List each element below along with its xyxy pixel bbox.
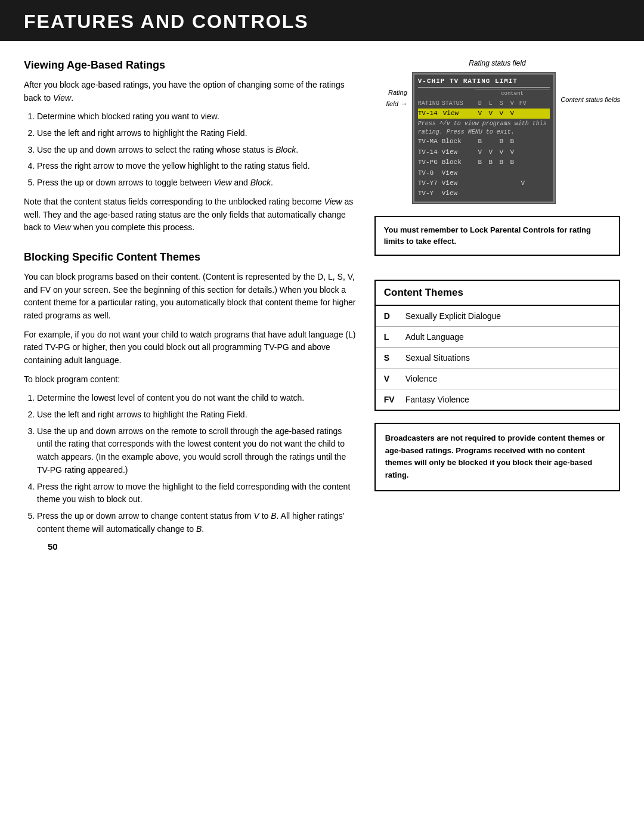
theme-name-d: Sexually Explicit Dialogue (405, 311, 501, 321)
theme-row-d: D Sexually Explicit Dialogue (376, 306, 619, 327)
page-title: Features and Controls (24, 11, 620, 33)
step-item: Press the up or down arrow to change con… (37, 510, 357, 535)
step-item: Press the right arrow to move the highli… (37, 481, 357, 506)
step-item: Determine the lowest level of content yo… (37, 392, 357, 405)
right-column: Rating status field Rating field → (374, 59, 620, 541)
info-text: Broadcasters are not required to provide… (385, 433, 605, 479)
theme-name-v: Violence (405, 374, 437, 383)
step-item: Use the left and right arrows to highlig… (37, 408, 357, 422)
section2-para2: For example, if you do not want your chi… (24, 329, 357, 367)
chip-container: V-CHIP TV RATING LIMIT content RATING ST… (412, 72, 556, 204)
section2-para3: To block program content: (24, 373, 357, 386)
content-label: content (475, 89, 550, 98)
step-item: Press the right arrow to move the yellow… (37, 160, 357, 173)
warning-text: You must remember to Lock Parental Contr… (384, 225, 591, 246)
section1-intro: After you block age-based ratings, you h… (24, 79, 357, 104)
theme-code-d: D (384, 311, 405, 321)
tv-chip-inner: V-CHIP TV RATING LIMIT content RATING ST… (414, 75, 554, 202)
theme-name-s: Sexual Situations (405, 353, 470, 363)
theme-row-l: L Adult Language (376, 327, 619, 348)
theme-row-v: V Violence (376, 368, 619, 389)
chip-row-tv14: TV-14 View V V V V (418, 147, 550, 157)
theme-code-s: S (384, 353, 405, 363)
tv-chip-diagram: Rating status field Rating field → (374, 59, 620, 204)
step-item: Use the left and right arrows to highlig… (37, 127, 357, 140)
chip-col-headers: RATING STATUS D L S V FV (418, 99, 550, 109)
theme-name-l: Adult Language (405, 332, 464, 342)
theme-code-fv: FV (384, 395, 405, 404)
theme-row-fv: FV Fantasy Violence (376, 389, 619, 410)
chip-row-tvpg: TV-PG Block B B B B (418, 157, 550, 168)
section1-steps: Determine which blocked rating you want … (24, 110, 357, 189)
section1-note: Note that the content status fields corr… (24, 196, 357, 234)
content-themes-title: Content Themes (376, 281, 619, 306)
chip-row-tvy: TV-Y View (418, 188, 550, 199)
theme-row-s: S Sexual Situations (376, 348, 619, 368)
chip-row-tvy7: TV-Y7 View V (418, 178, 550, 188)
chip-header: V-CHIP TV RATING LIMIT (418, 77, 550, 88)
left-column: Viewing Age-Based Ratings After you bloc… (24, 59, 357, 541)
theme-code-v: V (384, 374, 405, 383)
warning-box: You must remember to Lock Parental Contr… (374, 216, 620, 256)
section2-steps: Determine the lowest level of content yo… (24, 392, 357, 535)
section1-heading: Viewing Age-Based Ratings (24, 59, 357, 72)
section2-heading: Blocking Specific Content Themes (24, 251, 357, 264)
rating-label: Rating (388, 89, 407, 96)
right-labels: Content status fields (561, 72, 620, 103)
content-themes-box: Content Themes D Sexually Explicit Dialo… (374, 280, 620, 411)
field-label: field → (386, 100, 407, 108)
left-labels: Rating field → (374, 72, 407, 112)
theme-name-fv: Fantasy Violence (405, 395, 469, 404)
step-item: Determine which blocked rating you want … (37, 110, 357, 123)
chip-row-tvma: TV-MA Block B B B (418, 137, 550, 147)
page-header: Features and Controls (0, 0, 644, 41)
chip-row-tvg: TV-G View (418, 168, 550, 178)
chip-title: V-CHIP TV RATING LIMIT (418, 77, 518, 86)
diagram-wrapper: Rating field → V-CHIP TV RATING LIMIT (374, 72, 620, 204)
info-box: Broadcasters are not required to provide… (374, 423, 620, 491)
main-content: Viewing Age-Based Ratings After you bloc… (0, 59, 644, 541)
chip-row-highlighted: TV-14 View V V V V (418, 109, 550, 119)
step-item: Use the up and down arrows to select the… (37, 144, 357, 157)
section2-para1: You can block programs based on their co… (24, 271, 357, 323)
theme-code-l: L (384, 332, 405, 342)
step-item: Use the up and down arrows on the remote… (37, 425, 357, 477)
tv-chip-outer: V-CHIP TV RATING LIMIT content RATING ST… (412, 72, 556, 204)
chip-note: Press ^/v to view programs with this rat… (418, 120, 550, 137)
step-item: Press the up or down arrows to toggle be… (37, 176, 357, 190)
page-number: 50 (24, 541, 644, 569)
rating-status-label: Rating status field (374, 59, 620, 67)
chip-subheader: content (418, 89, 550, 98)
